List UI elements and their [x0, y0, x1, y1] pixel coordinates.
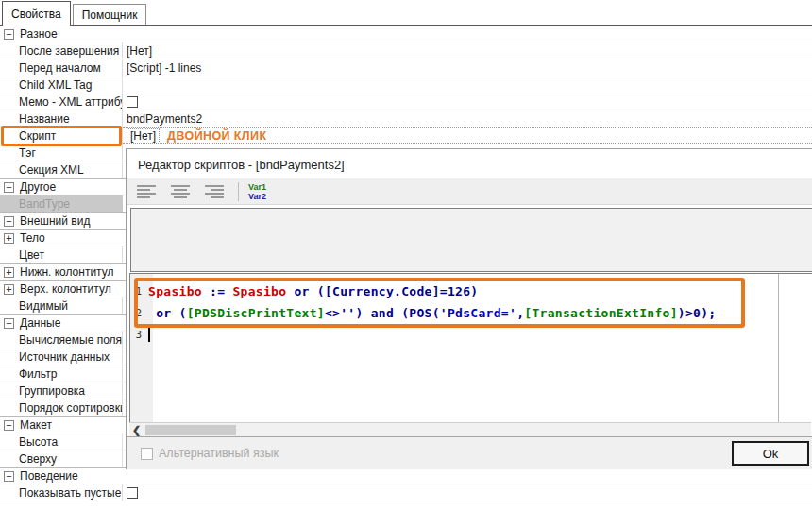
property-label: Цвет — [0, 246, 123, 263]
group-label: Нижн. колонтитул — [20, 265, 114, 279]
value-text: [Нет] — [127, 128, 160, 144]
line-number: 3 — [130, 329, 148, 341]
property-value[interactable]: [Нет]ДВОЙНОЙ КЛИК — [123, 128, 812, 144]
line-number: 1 — [130, 285, 148, 298]
code-segment: [TransactionExtInfo] — [524, 306, 678, 320]
property-label: Перед началом — [0, 60, 123, 76]
property-row[interactable]: Child XML Tag — [0, 76, 812, 94]
code-segment: (POS( — [401, 306, 440, 320]
expand-icon[interactable]: + — [4, 284, 14, 295]
property-label: Группировка — [0, 382, 123, 399]
code-segment: Spasibo — [148, 284, 202, 298]
property-row[interactable]: Мемо - XML аттрибут — [0, 94, 812, 110]
property-label: Скрипт — [0, 128, 123, 144]
property-row[interactable]: После завершения[Нет] — [0, 42, 812, 60]
code-line[interactable]: 1Spasibo := Spasibo or ([Currency.Code]=… — [130, 280, 812, 302]
property-label: Видимый — [0, 298, 123, 314]
property-value[interactable]: [Нет] — [123, 42, 812, 59]
collapse-icon[interactable]: − — [4, 216, 14, 227]
align-left-icon[interactable] — [134, 184, 159, 199]
collapse-icon[interactable]: − — [4, 420, 14, 431]
property-row[interactable]: НазваниеbndPayments2 — [0, 110, 812, 128]
line-number: 2 — [130, 307, 148, 319]
checkbox[interactable] — [127, 487, 138, 499]
tab-properties[interactable]: Свойства — [2, 1, 71, 26]
code-lines: 1Spasibo := Spasibo or ([Currency.Code]=… — [130, 280, 812, 346]
editor-top-panel — [130, 208, 812, 272]
group-label: Разное — [20, 27, 58, 41]
property-value[interactable] — [123, 76, 812, 93]
property-label: BandType — [0, 196, 123, 212]
align-center-icon[interactable] — [168, 184, 193, 199]
alternative-language-checkbox[interactable] — [141, 448, 153, 460]
dialog-toolbar: Var1 Var2 — [127, 178, 812, 205]
property-label: Мемо - XML аттрибут — [0, 94, 123, 110]
property-label: Источник данных — [0, 348, 123, 365]
scroll-left-icon[interactable]: ❮ — [129, 423, 144, 437]
toolbar-separator — [238, 182, 239, 201]
code-segment: := — [202, 284, 233, 298]
value-text: [Нет] — [127, 44, 152, 58]
property-value[interactable]: [Script] -1 lines — [123, 60, 812, 76]
property-label: Порядок сортировки — [0, 400, 123, 416]
property-label: Название — [0, 110, 123, 127]
property-label: Высота — [0, 434, 123, 450]
collapse-icon[interactable]: − — [4, 471, 14, 482]
variables-button[interactable]: Var1 Var2 — [248, 182, 266, 201]
collapse-icon[interactable]: − — [4, 29, 14, 40]
property-label: Фильтр — [0, 366, 123, 382]
property-row[interactable]: Скрипт[Нет]ДВОЙНОЙ КЛИК — [0, 128, 812, 144]
script-editor-dialog: Редактор скриптов - [bndPayments2] Var1 … — [126, 148, 812, 469]
dialog-title: Редактор скриптов - [bndPayments2] — [138, 158, 345, 172]
property-label: Сверху — [0, 450, 123, 467]
code-segment: <>'') — [325, 306, 371, 320]
value-text: [Script] -1 lines — [127, 61, 201, 75]
property-value[interactable]: bndPayments2 — [123, 110, 812, 127]
tab-assistant[interactable]: Помощник — [73, 4, 147, 25]
group-label: Внешний вид — [20, 214, 90, 228]
property-label: Вычисляемые поля — [0, 332, 123, 348]
group-label: Данные — [20, 316, 60, 330]
collapse-icon[interactable]: − — [4, 318, 14, 329]
tab-bar: Свойства Помощник — [0, 0, 812, 26]
property-value[interactable] — [123, 94, 812, 110]
double-click-hint: ДВОЙНОЙ КЛИК — [167, 129, 266, 143]
align-right-icon[interactable] — [202, 184, 227, 199]
var1-label: Var1 — [248, 182, 266, 192]
code-segment: )>0); — [678, 306, 717, 320]
horizontal-scrollbar[interactable]: ❮ — [129, 422, 811, 436]
property-label: Показывать пустые — [0, 484, 123, 501]
code-segment: , — [516, 306, 524, 320]
property-value[interactable] — [123, 484, 812, 501]
code-segment: ([Currency.Code]=126) — [317, 284, 479, 298]
code-line[interactable]: 2 or ([PDSDiscPrintText]<>'') and (POS('… — [130, 302, 812, 324]
group-label: Макет — [20, 418, 52, 432]
code-segment: 'PdsCard=' — [440, 306, 516, 320]
group-row[interactable]: −Разное — [0, 26, 812, 42]
group-label: Тело — [20, 231, 45, 245]
text-caret — [148, 328, 150, 342]
var2-label: Var2 — [248, 192, 266, 201]
expand-icon[interactable]: + — [4, 233, 14, 244]
group-row[interactable]: −Поведение — [0, 468, 812, 484]
scrollbar-thumb[interactable] — [145, 425, 236, 435]
property-label: Тэг — [0, 144, 123, 161]
group-label: Другое — [20, 180, 56, 194]
code-line[interactable]: 3 — [130, 324, 812, 346]
alternative-language-label: Альтернативный язык — [159, 447, 279, 460]
collapse-icon[interactable]: − — [4, 182, 14, 193]
expand-icon[interactable]: + — [4, 267, 14, 278]
code-segment: or ( — [148, 306, 187, 320]
group-label: Верх. колонтитул — [20, 282, 111, 296]
code-segment: [PDSDiscPrintText] — [187, 306, 325, 320]
property-row[interactable]: Перед началом[Script] -1 lines — [0, 60, 812, 76]
property-row[interactable]: Показывать пустые — [0, 484, 812, 502]
script-code-editor[interactable]: 1Spasibo := Spasibo or ([Currency.Code]=… — [129, 273, 812, 422]
ok-button[interactable]: Ok — [732, 441, 809, 466]
property-label: Секция XML — [0, 162, 123, 178]
code-segment: and — [371, 306, 402, 320]
value-text: bndPayments2 — [127, 112, 202, 126]
code-segment: Spasibo — [232, 284, 286, 298]
property-label: Child XML Tag — [0, 76, 123, 93]
checkbox[interactable] — [127, 96, 138, 108]
